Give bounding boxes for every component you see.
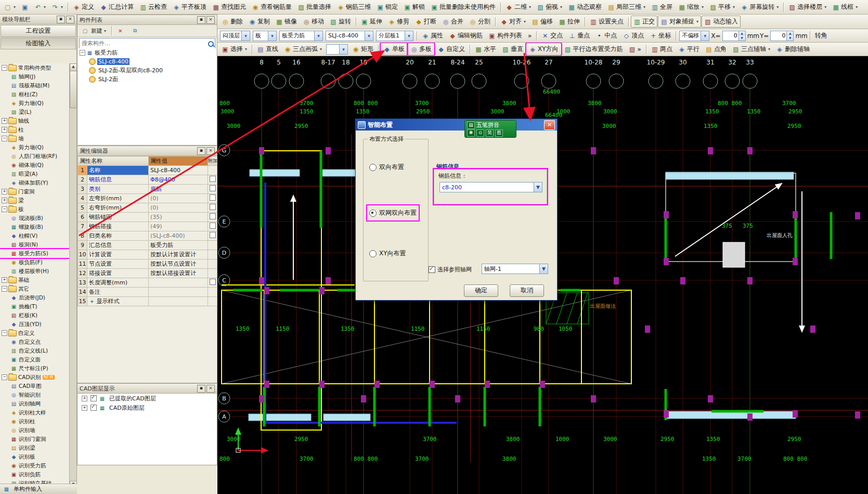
tree-folder[interactable]: −其它	[0, 284, 70, 293]
more-button[interactable]: »	[525, 31, 534, 41]
snap-button-0[interactable]: ✕交点	[539, 30, 565, 42]
tree-folder[interactable]: +门窗洞	[0, 187, 70, 196]
layout-option-0[interactable]: 双向布置	[369, 163, 404, 172]
tree-item[interactable]: ◈砌体加筋(Y)	[0, 178, 70, 187]
tree-folder[interactable]: −CAD识别NEW	[0, 373, 70, 382]
tree-folder[interactable]: +轴线	[0, 116, 70, 125]
edit-toolbar-button-10[interactable]: ◎分割	[467, 16, 493, 28]
collapse-icon[interactable]: −	[2, 65, 7, 71]
property-value[interactable]: (SLJ-c8-400)	[149, 231, 208, 241]
tree-item[interactable]: ▣挑檐(T)	[0, 302, 70, 311]
dialog-titlebar[interactable]: 智能布置 ×	[356, 119, 557, 131]
attach-checkbox[interactable]	[210, 223, 216, 229]
tree-item[interactable]: ◈剪力墙(Q)	[0, 143, 70, 152]
expand-icon[interactable]: +	[2, 118, 7, 124]
layer-combo[interactable]: 分层板1▾	[376, 31, 413, 41]
offset-combo[interactable]: 不偏移▾	[679, 31, 709, 41]
cancel-button[interactable]: 取消	[510, 284, 544, 297]
main-toolbar-button-15[interactable]: ▣批量删除未使用构件	[428, 1, 498, 13]
table-row[interactable]: 1名称SLJ-c8-400	[78, 166, 217, 175]
draw-toolbar-button-9[interactable]: ◆自定义	[435, 43, 468, 55]
table-row[interactable]: 3类别底筋	[78, 185, 217, 194]
chevron-down-icon[interactable]: ▾	[365, 31, 373, 41]
tree-item[interactable]: ◎智能识别	[0, 391, 70, 399]
tree-item[interactable]: ▧轴网(J)	[0, 72, 70, 81]
main-toolbar-button-8[interactable]: ◈平齐板顶	[170, 1, 209, 13]
layer-row[interactable]: +▦已提取的CAD图层	[78, 394, 216, 403]
expand-icon[interactable]: +	[2, 198, 7, 203]
property-value[interactable]	[149, 297, 208, 306]
property-value[interactable]: (49)	[149, 222, 208, 231]
snap-button-2[interactable]: •中点	[593, 30, 619, 42]
main-toolbar-button-20[interactable]: ▤局部三维▾	[605, 1, 648, 13]
main-toolbar-button-6[interactable]: ◆汇总计算	[97, 1, 136, 13]
main-toolbar-button-2[interactable]: ↶▾	[32, 2, 48, 12]
close-icon[interactable]: ×	[206, 147, 215, 155]
main-toolbar-button-24[interactable]: ◈屏幕旋转▾	[738, 1, 781, 13]
table-row[interactable]: 14备注	[78, 288, 217, 297]
stepper-up-icon[interactable]: ▲	[739, 31, 745, 36]
main-toolbar-button-5[interactable]: ◈定义	[70, 1, 97, 13]
property-value[interactable]	[149, 278, 208, 288]
attach-checkbox[interactable]	[210, 279, 216, 285]
edit-toolbar-button-1[interactable]: ◉复制	[246, 16, 273, 28]
edit-toolbar-button-2[interactable]: ▦镜像	[273, 16, 300, 28]
tree-item[interactable]: ◎现浇板(B)	[0, 214, 70, 223]
edit-toolbar-button-7[interactable]: ◈修剪	[385, 16, 412, 28]
draw-toolbar-button-20[interactable]: ▨三点辅轴▾	[730, 43, 773, 55]
delete-component-button[interactable]: ✕	[114, 27, 128, 35]
draw-toolbar-button-0[interactable]: ▣选择▾	[219, 43, 250, 55]
main-toolbar-button-1[interactable]: ▣	[19, 2, 31, 12]
main-toolbar-button-13[interactable]: ▣锁定	[374, 1, 400, 13]
search-input[interactable]	[80, 40, 206, 47]
edit-toolbar-button-20[interactable]: ▧动态输入	[702, 16, 741, 28]
tree-item[interactable]: ▧栏板(K)	[0, 311, 70, 320]
table-row[interactable]: 6钢筋锚固(35)	[78, 213, 217, 222]
attach-checkbox[interactable]	[210, 176, 216, 182]
draw-toolbar-button-7[interactable]: ◆单板	[381, 43, 407, 55]
table-row[interactable]: 15＋ 显示样式	[78, 297, 217, 306]
tab-project-settings[interactable]: 工程设置	[1, 25, 76, 37]
attach-checkbox[interactable]	[210, 185, 216, 191]
draw-toolbar-combo-4[interactable]: ▾	[326, 44, 348, 55]
tree-folder[interactable]: +柱	[0, 125, 70, 134]
main-toolbar-button-9[interactable]: ▦查找图元	[210, 1, 249, 13]
scroll-thumb[interactable]	[70, 71, 77, 108]
edit-toolbar-button-13[interactable]: ▤偏移	[529, 16, 555, 28]
collapse-icon[interactable]: −	[2, 206, 7, 212]
tree-item[interactable]: ◆后浇带(JD)	[0, 293, 70, 302]
ref-axis-combo[interactable]: 轴网-1 ▼	[482, 264, 548, 274]
table-row[interactable]: 10计算设置按默认计算设置计	[78, 250, 217, 259]
tree-item[interactable]: ◈剪力墙(Q)	[0, 99, 70, 108]
draw-toolbar-button-15[interactable]: ▧»	[626, 44, 644, 55]
tree-item[interactable]: ▦识别门窗洞	[0, 435, 70, 444]
copy-component-button[interactable]: ⧉	[129, 27, 142, 35]
tree-item[interactable]: ◉板负筋(F)	[0, 258, 70, 267]
pin-icon[interactable]: ▪	[57, 16, 65, 23]
draw-toolbar-button-21[interactable]: ◈删除辅轴	[773, 43, 812, 55]
main-toolbar-button-23[interactable]: ▨平移▾	[707, 1, 737, 13]
stepper-arrows[interactable]: ▲▼	[739, 31, 745, 41]
radio-icon[interactable]	[369, 164, 377, 171]
attach-checkbox[interactable]	[210, 232, 216, 238]
snap-button-1[interactable]: ⊥垂点	[566, 30, 592, 42]
main-toolbar-button-14[interactable]: ▣解锁	[401, 1, 427, 13]
draw-toolbar-button-5[interactable]: ◉矩形	[349, 43, 376, 55]
edit-toolbar-button-12[interactable]: ◆对齐▾	[498, 16, 528, 28]
property-value[interactable]: 按默认搭接设置计	[149, 269, 208, 278]
category-combo[interactable]: 板▾	[253, 31, 277, 41]
scroll-up-icon[interactable]: ▲	[70, 63, 77, 71]
tree-folder[interactable]: +梁	[0, 196, 70, 205]
tree-item[interactable]: ▨框柱(Z)	[0, 90, 70, 99]
edit-toolbar-button-0[interactable]: ◎删除	[219, 16, 245, 28]
tree-folder[interactable]: −自定义	[0, 329, 70, 337]
expand-icon[interactable]: +	[2, 277, 7, 283]
chevron-down-icon[interactable]: ▾	[241, 31, 250, 41]
pin-icon[interactable]: ▪	[197, 147, 205, 155]
main-toolbar-button-19[interactable]: ▦动态观察	[565, 1, 604, 13]
draw-toolbar-button-19[interactable]: ▤点角	[703, 43, 729, 55]
draw-toolbar-button-3[interactable]: ◉三点画弧▾	[281, 43, 325, 55]
tree-item[interactable]: ▦板受力筋(S)	[0, 249, 70, 258]
tree-item[interactable]: ▣识别负筋	[0, 470, 70, 479]
table-row[interactable]: 7钢筋搭接(49)	[78, 222, 217, 231]
